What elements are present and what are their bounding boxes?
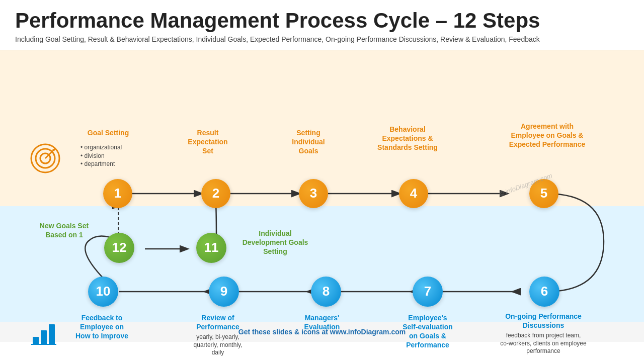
circle-9: 9 xyxy=(209,277,239,307)
circle-4: 4 xyxy=(399,179,428,208)
svg-rect-18 xyxy=(49,324,55,344)
circle-2: 2 xyxy=(201,179,230,208)
label-2: ResultExpectationSet xyxy=(180,128,235,156)
label-9: Review ofPerformance yearly, bi-yearly,q… xyxy=(188,313,248,357)
circle-12: 12 xyxy=(104,233,134,263)
feedback-icon xyxy=(30,319,58,349)
circle-3: 3 xyxy=(299,179,328,208)
svg-rect-17 xyxy=(41,330,47,344)
circle-11: 11 xyxy=(196,233,226,263)
footer-brand: infoDiagram xyxy=(348,328,389,336)
label-10: Feedback toEmployee onHow to Improve xyxy=(65,313,138,341)
label-5: Agreement withEmployee on Goals &Expecte… xyxy=(498,122,596,149)
goal-icon xyxy=(30,143,60,175)
page-subtitle: Including Goal Setting, Result & Behavio… xyxy=(15,35,629,45)
label-1: Goal Setting xyxy=(78,128,138,137)
label-7: Employee'sSelf-evaluationon Goals &Perfo… xyxy=(387,313,468,350)
circle-8: 8 xyxy=(311,277,341,307)
circle-10: 10 xyxy=(88,277,118,307)
label-3: SettingIndividualGoals xyxy=(281,128,336,156)
svg-rect-16 xyxy=(33,337,39,344)
diagram-area: 1 Goal Setting • organizational• divisio… xyxy=(0,50,644,342)
label-6: On-going PerformanceDiscussions feedback… xyxy=(493,312,594,355)
circle-6: 6 xyxy=(529,277,559,307)
new-goals-label: New Goals SetBased on 1 xyxy=(28,221,101,239)
page-title: Performance Management Process Cycle – 1… xyxy=(15,9,629,32)
label-11: IndividualDevelopment GoalsSetting xyxy=(232,229,318,256)
circle-1: 1 xyxy=(103,179,132,208)
header: Performance Management Process Cycle – 1… xyxy=(0,0,644,50)
label-8: Managers'Evaluation xyxy=(292,313,352,331)
sublabel-1: • organizational• division• department xyxy=(80,143,122,168)
circle-7: 7 xyxy=(413,277,443,307)
label-4: BehavioralExpectations &Standards Settin… xyxy=(372,125,443,152)
